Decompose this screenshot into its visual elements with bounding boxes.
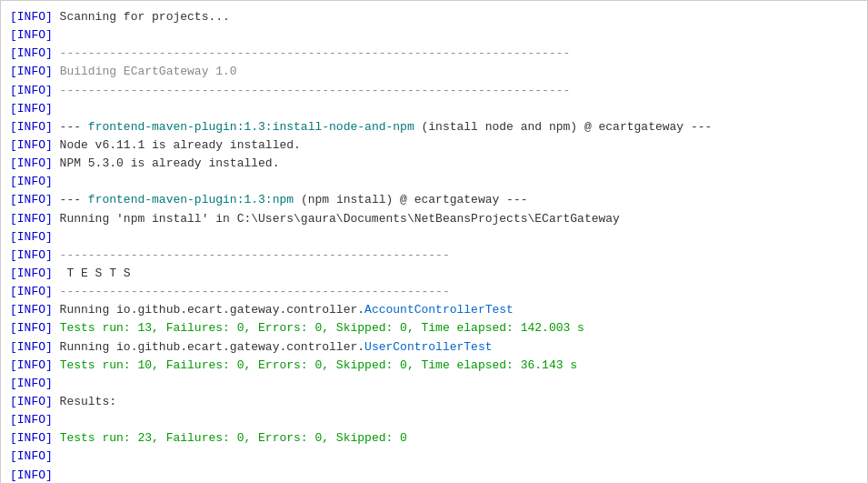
log-line: [INFO] Tests run: 23, Failures: 0, Error…	[10, 429, 858, 448]
log-line: [INFO]	[10, 411, 858, 429]
log-line: [INFO]	[10, 375, 858, 393]
log-line: [INFO]	[10, 467, 858, 483]
log-line: [INFO] ---------------------------------…	[10, 82, 858, 100]
log-line: [INFO] T E S T S	[10, 265, 858, 283]
log-line: [INFO] Results:	[10, 393, 858, 411]
log-line: [INFO] NPM 5.3.0 is already installed.	[10, 155, 858, 173]
log-line: [INFO] ---------------------------------…	[10, 45, 858, 63]
log-line: [INFO] --- frontend-maven-plugin:1.3:ins…	[10, 118, 858, 136]
terminal-output: [INFO] Scanning for projects...[INFO][IN…	[0, 0, 868, 483]
log-line: [INFO]	[10, 26, 858, 45]
log-line: [INFO] Running io.github.ecart.gateway.c…	[10, 338, 858, 357]
log-line: [INFO] --- frontend-maven-plugin:1.3:npm…	[10, 191, 858, 209]
log-line: [INFO] Scanning for projects...	[10, 8, 858, 26]
log-line: [INFO]	[10, 448, 858, 466]
log-line: [INFO] Running io.github.ecart.gateway.c…	[10, 301, 858, 319]
log-line: [INFO] Building ECartGateway 1.0	[10, 63, 858, 81]
log-line: [INFO]	[10, 228, 858, 247]
log-line: [INFO]	[10, 100, 858, 118]
log-line: [INFO] ---------------------------------…	[10, 247, 858, 265]
log-line: [INFO]	[10, 173, 858, 191]
log-line: [INFO] Tests run: 10, Failures: 0, Error…	[10, 357, 858, 375]
log-line: [INFO] ---------------------------------…	[10, 283, 858, 301]
log-line: [INFO] Running 'npm install' in C:\Users…	[10, 210, 858, 228]
log-line: [INFO] Node v6.11.1 is already installed…	[10, 136, 858, 155]
log-line: [INFO] Tests run: 13, Failures: 0, Error…	[10, 319, 858, 337]
